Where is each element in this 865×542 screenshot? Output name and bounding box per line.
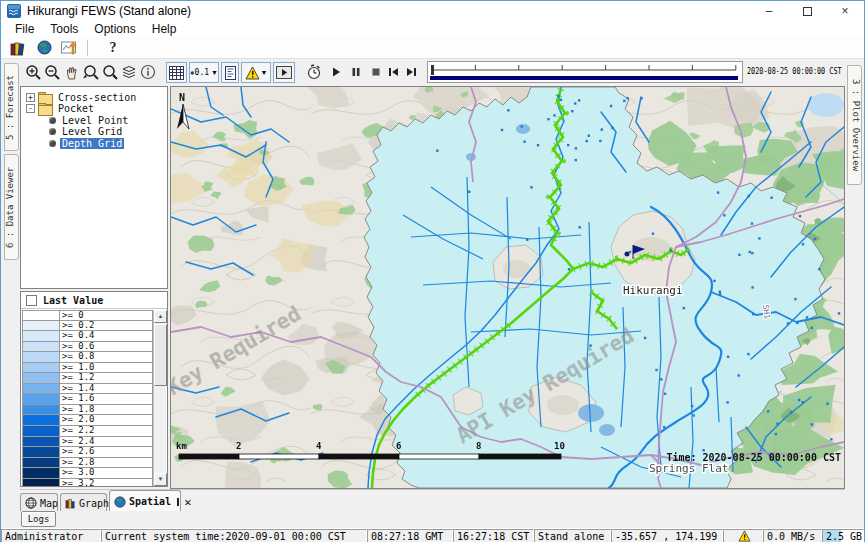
map-toolbar: 0.1▼ ▼ 2020 xyxy=(20,59,845,86)
status-local-time: 16:27:18 CST xyxy=(453,529,534,542)
tree-expander-icon[interactable]: + xyxy=(26,93,35,102)
zoom-out-icon[interactable] xyxy=(43,62,62,82)
legend-color-swatch xyxy=(22,352,60,363)
menu-tools[interactable]: Tools xyxy=(42,22,86,36)
globe-icon-small xyxy=(114,496,126,508)
legend-panel: Last Value >= 0>= 0.2>= 0.4>= 0.6>= 0.8>… xyxy=(20,291,168,487)
folder-icon xyxy=(38,92,52,103)
menu-file[interactable]: File xyxy=(7,22,42,36)
legend-color-swatch xyxy=(22,415,60,426)
last-value-checkbox[interactable] xyxy=(26,295,37,306)
wireframe-globe-icon xyxy=(25,497,37,509)
tree-item-cross-section[interactable]: +Cross-section xyxy=(26,91,138,103)
animation-panel-button[interactable] xyxy=(273,62,295,83)
map-viewport[interactable]: API Key Required API Key Required Hikura… xyxy=(170,86,845,489)
tree-item-level-grid[interactable]: Level Grid xyxy=(49,126,124,138)
menu-options[interactable]: Options xyxy=(86,22,143,36)
restore-pane-icon[interactable] xyxy=(177,498,179,506)
status-warning-icon xyxy=(738,530,751,542)
close-pane-icon[interactable]: ✕ xyxy=(184,495,191,509)
warning-dropdown[interactable]: ▼ xyxy=(241,62,271,83)
tree-item-depth-grid[interactable]: Depth Grid xyxy=(49,137,124,149)
svg-text:10: 10 xyxy=(554,441,565,451)
legend-color-swatch xyxy=(22,426,60,437)
legend-color-swatch xyxy=(22,342,60,353)
skip-end-icon[interactable] xyxy=(402,62,421,82)
timer-icon[interactable] xyxy=(304,62,323,82)
status-mode: Stand alone xyxy=(534,529,611,542)
tab-graph[interactable]: Graph xyxy=(60,493,107,512)
zoom-in-icon[interactable] xyxy=(24,62,43,82)
legend-color-swatch xyxy=(22,447,60,458)
app-window: Hikurangi FEWS (Stand alone) – × FileToo… xyxy=(0,0,865,542)
grid-display-button[interactable] xyxy=(166,62,187,83)
pause-icon[interactable] xyxy=(346,62,365,82)
tab-spatial[interactable]: Spatial ✕ xyxy=(109,490,181,512)
logs-button[interactable]: Logs xyxy=(21,511,56,527)
zoom-previous-icon[interactable] xyxy=(81,62,100,82)
legend-color-swatch xyxy=(22,479,60,487)
play-icon[interactable] xyxy=(326,62,345,82)
title-bar: Hikurangi FEWS (Stand alone) – × xyxy=(1,1,864,21)
pan-hand-icon[interactable] xyxy=(62,62,81,82)
legend-color-swatch xyxy=(22,321,60,332)
tree-expander-icon[interactable]: - xyxy=(26,104,35,113)
document-tabs: Map Graph Spatial ✕ xyxy=(20,489,845,511)
legend-row: >= 3.2 xyxy=(22,479,153,487)
legend-color-swatch xyxy=(22,405,60,416)
status-user: Administrator xyxy=(1,529,101,542)
tree-item-pocket[interactable]: -Pocket xyxy=(26,103,96,115)
dock-tab-data-viewer[interactable]: 6 : Data Viewer xyxy=(4,154,19,260)
scrollbar-thumb[interactable] xyxy=(154,324,167,386)
tab-map[interactable]: Map xyxy=(20,493,58,512)
tree-item-label: Level Grid xyxy=(60,126,124,137)
legend-scrollbar[interactable]: ▲ ▼ xyxy=(153,310,166,486)
logs-row: Logs xyxy=(20,511,845,528)
globe-icon[interactable] xyxy=(35,39,53,57)
tree-item-label: Cross-section xyxy=(56,92,138,103)
skip-start-icon[interactable] xyxy=(384,62,403,82)
map-label-road: SH1 xyxy=(761,304,772,320)
minimize-button[interactable]: – xyxy=(750,1,788,21)
document-button[interactable] xyxy=(221,62,239,83)
legend-threshold-label: >= 2.2 xyxy=(60,426,153,437)
svg-text:6: 6 xyxy=(396,441,401,451)
dock-tab-forecast[interactable]: 5 : Forecast xyxy=(4,63,19,151)
tree-item-label: Level Point xyxy=(60,115,130,126)
maximize-button[interactable] xyxy=(788,1,826,21)
layers-tree-panel: +Cross-section-PocketLevel PointLevel Gr… xyxy=(20,86,168,289)
timeline-slider[interactable] xyxy=(427,61,743,83)
zoom-next-icon[interactable] xyxy=(100,62,119,82)
legend-threshold-label: >= 3.2 xyxy=(60,479,153,487)
interval-dropdown[interactable]: 0.1▼ xyxy=(189,62,219,83)
layer-bullet-icon xyxy=(49,140,56,147)
close-button[interactable]: × xyxy=(826,1,864,21)
scroll-down-icon[interactable]: ▼ xyxy=(154,473,167,486)
dock-tab-plot-overview[interactable]: 3 : Plot Overview xyxy=(847,65,862,185)
legend-list: >= 0>= 0.2>= 0.4>= 0.6>= 0.8>= 1.0>= 1.2… xyxy=(22,310,153,486)
right-dock-strip: 3 : Plot Overview xyxy=(845,59,864,528)
svg-text:km: km xyxy=(176,441,187,451)
legend-color-swatch xyxy=(22,458,60,469)
menu-help[interactable]: Help xyxy=(144,22,185,36)
legend-row: >= 2.2 xyxy=(22,426,153,437)
svg-text:4: 4 xyxy=(316,441,322,451)
legend-color-swatch xyxy=(22,363,60,374)
last-value-label: Last Value xyxy=(43,295,103,306)
svg-text:8: 8 xyxy=(476,441,481,451)
tree-item-level-point[interactable]: Level Point xyxy=(49,114,130,126)
legend-color-swatch xyxy=(22,384,60,395)
tree-item-label: Depth Grid xyxy=(60,138,124,149)
bar-chart-icon xyxy=(65,498,76,509)
timeseries-icon[interactable] xyxy=(61,39,79,57)
stop-icon[interactable] xyxy=(366,62,385,82)
info-icon[interactable] xyxy=(138,62,157,82)
legend-color-swatch xyxy=(22,373,60,384)
layers-icon[interactable] xyxy=(119,62,138,82)
database-icon[interactable] xyxy=(9,39,27,57)
scroll-up-icon[interactable]: ▲ xyxy=(154,310,167,323)
layer-bullet-icon xyxy=(49,117,56,124)
status-gmt-time: 08:27:18 GMT xyxy=(367,529,453,542)
status-warning xyxy=(723,529,763,542)
help-icon[interactable]: ? xyxy=(104,39,122,57)
